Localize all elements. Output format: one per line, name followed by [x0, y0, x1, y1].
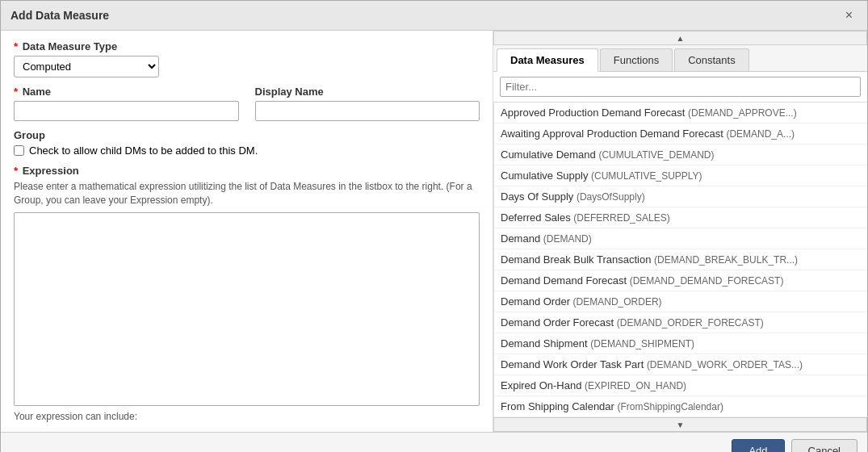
data-measure-type-field: * Data Measure Type Computed Simple Aggr… — [14, 40, 480, 77]
required-star-type: * — [14, 40, 18, 52]
list-item[interactable]: Deferred Sales (DEFERRED_SALES) — [494, 207, 867, 228]
group-checkbox-row: Check to allow child DMs to be added to … — [14, 144, 480, 157]
required-star-name: * — [14, 86, 18, 98]
list-item[interactable]: Demand Work Order Task Part (DEMAND_WORK… — [494, 354, 867, 375]
add-button[interactable]: Add — [732, 439, 784, 452]
dialog-footer: Add Cancel — [1, 432, 867, 452]
dialog-body: * Data Measure Type Computed Simple Aggr… — [1, 31, 867, 432]
expression-label: * Expression — [14, 165, 480, 177]
group-section: Group Check to allow child DMs to be add… — [14, 129, 480, 157]
left-panel: * Data Measure Type Computed Simple Aggr… — [1, 31, 493, 432]
expression-hint: Please enter a mathematical expression u… — [14, 180, 480, 207]
name-input[interactable] — [14, 101, 239, 121]
data-measures-list: Approved Production Demand Forecast (DEM… — [493, 103, 867, 417]
dialog-header: Add Data Measure × — [1, 1, 867, 31]
filter-row — [493, 72, 867, 103]
list-item[interactable]: Demand (DEMAND) — [494, 228, 867, 249]
name-field: * Name — [14, 86, 239, 121]
group-label: Group — [14, 129, 480, 141]
tabs-bar: Data Measures Functions Constants — [493, 45, 867, 72]
tab-constants[interactable]: Constants — [674, 48, 749, 71]
display-name-field: Display Name — [255, 86, 480, 121]
dialog-title: Add Data Measure — [10, 9, 109, 22]
group-checkbox-label: Check to allow child DMs to be added to … — [29, 144, 258, 157]
list-item[interactable]: Days Of Supply (DaysOfSupply) — [494, 186, 867, 207]
list-item[interactable]: Cumulative Demand (CUMULATIVE_DEMAND) — [494, 144, 867, 165]
list-item[interactable]: Demand Order Forecast (DEMAND_ORDER_FORE… — [494, 312, 867, 333]
list-item[interactable]: Demand Order (DEMAND_ORDER) — [494, 291, 867, 312]
add-data-measure-dialog: Add Data Measure × * Data Measure Type C… — [0, 0, 868, 452]
list-item[interactable]: From Shipping Calendar (FromShippingCale… — [494, 396, 867, 417]
list-item[interactable]: Cumulative Supply (CUMULATIVE_SUPPLY) — [494, 165, 867, 186]
display-name-label: Display Name — [255, 86, 480, 98]
tab-data-measures[interactable]: Data Measures — [497, 48, 598, 72]
scroll-down-arrow[interactable]: ▼ — [493, 417, 867, 432]
tab-functions[interactable]: Functions — [600, 48, 673, 71]
group-checkbox[interactable] — [14, 145, 24, 156]
name-display-row: * Name Display Name — [14, 86, 480, 121]
right-panel-inner: ▲ Data Measures Functions Constants Appr… — [493, 31, 867, 432]
list-item[interactable]: Demand Break Bulk Transaction (DEMAND_BR… — [494, 249, 867, 270]
data-measure-type-label: * Data Measure Type — [14, 40, 480, 52]
cancel-button[interactable]: Cancel — [791, 439, 858, 452]
close-button[interactable]: × — [841, 7, 858, 23]
required-star-expr: * — [14, 165, 18, 177]
list-item[interactable]: Expired On-Hand (EXPIRED_ON_HAND) — [494, 375, 867, 396]
expression-section: * Expression Please enter a mathematical… — [14, 165, 480, 422]
expression-include: Your expression can include: — [14, 411, 480, 422]
list-item[interactable]: Demand Demand Forecast (DEMAND_DEMAND_FO… — [494, 270, 867, 291]
list-item[interactable]: Approved Production Demand Forecast (DEM… — [494, 103, 867, 123]
display-name-input[interactable] — [255, 101, 480, 121]
filter-input[interactable] — [500, 77, 861, 97]
scroll-up-arrow[interactable]: ▲ — [493, 31, 867, 45]
list-item[interactable]: Awaiting Approval Production Demand Fore… — [494, 123, 867, 144]
right-panel: ▲ Data Measures Functions Constants Appr… — [493, 31, 867, 432]
name-label: * Name — [14, 86, 239, 98]
expression-textarea[interactable] — [14, 212, 480, 406]
list-item[interactable]: Demand Shipment (DEMAND_SHIPMENT) — [494, 333, 867, 354]
data-measure-type-select[interactable]: Computed Simple Aggregate — [14, 56, 159, 77]
